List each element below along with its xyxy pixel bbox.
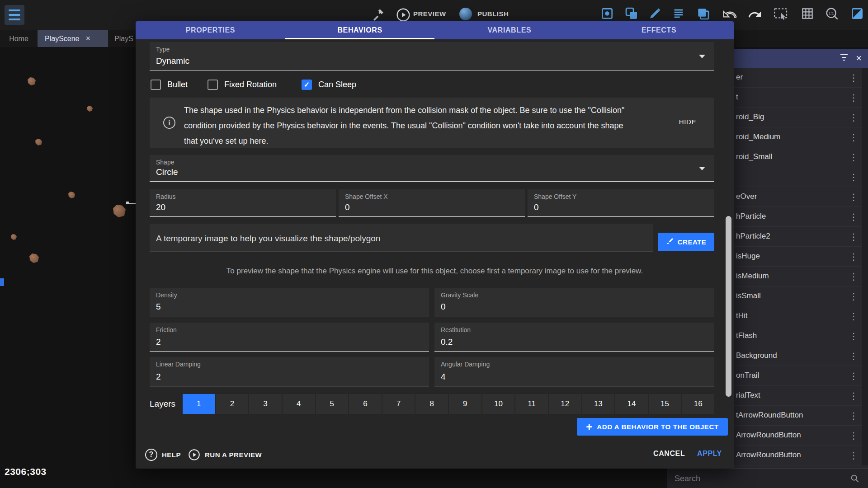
can-sleep-checkbox[interactable]: ✓ Can Sleep: [302, 77, 356, 92]
tab-playscene[interactable]: PlayScene ×: [38, 30, 108, 47]
play-circle-icon: [188, 449, 200, 461]
active-tab-indicator: [285, 38, 434, 39]
add-behavior-button[interactable]: + ADD A BEHAVIOR TO THE OBJECT: [577, 418, 728, 436]
object-groups-icon[interactable]: [623, 5, 640, 22]
redo-icon[interactable]: [747, 6, 763, 23]
asteroid-sprite[interactable]: [28, 77, 36, 85]
preview-button[interactable]: PREVIEW: [413, 7, 446, 21]
build-hammer-icon[interactable]: [370, 6, 386, 23]
layers-editor-icon[interactable]: [695, 5, 711, 22]
type-select[interactable]: Type Dynamic: [150, 42, 714, 70]
preview-play-icon[interactable]: [395, 7, 411, 23]
object-menu-icon[interactable]: ⋮: [849, 251, 858, 262]
edge-selection-marker[interactable]: [0, 278, 4, 286]
asteroid-sprite[interactable]: [87, 106, 93, 112]
layer-button-1[interactable]: 1: [183, 394, 215, 414]
layer-button-9[interactable]: 9: [449, 394, 481, 414]
asteroid-sprite[interactable]: [68, 192, 75, 198]
shape-select[interactable]: Shape Circle: [150, 155, 714, 182]
object-menu-icon[interactable]: ⋮: [849, 371, 858, 381]
properties-edit-icon[interactable]: [647, 5, 663, 22]
tab-effects[interactable]: EFFECTS: [584, 21, 734, 39]
object-menu-icon[interactable]: ⋮: [849, 152, 858, 163]
objects-search-input[interactable]: [675, 472, 842, 485]
temp-image-field[interactable]: A temporary image to help you visualize …: [150, 224, 653, 252]
radius-field[interactable]: Radius 20: [150, 189, 336, 217]
asteroid-sprite[interactable]: [11, 234, 17, 240]
layer-button-13[interactable]: 13: [582, 394, 615, 414]
asteroid-sprite[interactable]: [29, 253, 39, 263]
density-field[interactable]: Density 5: [150, 288, 429, 316]
layer-button-8[interactable]: 8: [415, 394, 448, 414]
object-menu-icon[interactable]: ⋮: [849, 211, 858, 222]
tab-properties[interactable]: PROPERTIES: [136, 21, 285, 39]
object-menu-icon[interactable]: ⋮: [849, 410, 858, 421]
object-menu-icon[interactable]: ⋮: [849, 311, 858, 322]
object-menu-icon[interactable]: ⋮: [849, 390, 858, 401]
layer-button-5[interactable]: 5: [316, 394, 349, 414]
object-menu-icon[interactable]: ⋮: [849, 430, 858, 441]
main-menu-icon[interactable]: [5, 5, 24, 25]
layer-button-12[interactable]: 12: [549, 394, 581, 414]
object-menu-icon[interactable]: ⋮: [849, 291, 858, 302]
bullet-checkbox[interactable]: Bullet: [151, 77, 188, 92]
objects-editor-icon[interactable]: [599, 5, 615, 22]
publish-button[interactable]: PUBLISH: [477, 7, 509, 21]
layer-button-6[interactable]: 6: [349, 394, 382, 414]
object-menu-icon[interactable]: ⋮: [849, 72, 858, 83]
layer-button-10[interactable]: 10: [482, 394, 515, 414]
asteroid-sprite-selected[interactable]: [113, 205, 126, 217]
tab-home[interactable]: Home: [0, 30, 38, 47]
run-preview-button[interactable]: RUN A PREVIEW: [188, 446, 262, 464]
object-menu-icon[interactable]: ⋮: [849, 132, 858, 143]
object-menu-icon[interactable]: ⋮: [849, 231, 858, 242]
object-menu-icon[interactable]: ⋮: [849, 192, 858, 202]
shape-offset-y-field[interactable]: Shape Offset Y 0: [528, 189, 714, 217]
object-menu-icon[interactable]: ⋮: [849, 92, 858, 103]
object-menu-icon[interactable]: ⋮: [849, 450, 858, 461]
layer-button-4[interactable]: 4: [283, 394, 315, 414]
filter-icon[interactable]: [839, 52, 849, 65]
tab-variables[interactable]: VARIABLES: [435, 21, 585, 39]
object-menu-icon[interactable]: ⋮: [849, 351, 858, 361]
close-tab-icon[interactable]: ×: [86, 34, 91, 43]
selection-handle-dot[interactable]: [126, 202, 129, 204]
mask-icon[interactable]: [849, 5, 865, 22]
panel-scrollbar[interactable]: [862, 68, 868, 465]
tab-behaviors[interactable]: BEHAVIORS: [285, 21, 435, 39]
info-icon: i: [163, 117, 175, 129]
fixed-rotation-checkbox[interactable]: Fixed Rotation: [208, 77, 277, 92]
hide-button[interactable]: HIDE: [679, 118, 696, 126]
grid-icon[interactable]: [799, 5, 816, 22]
gravity-scale-field[interactable]: Gravity Scale 0: [434, 288, 714, 316]
friction-field[interactable]: Friction 2: [150, 323, 429, 352]
capture-selection-icon[interactable]: [771, 5, 791, 22]
layer-button-2[interactable]: 2: [216, 394, 249, 414]
dialog-scrollbar-thumb[interactable]: [726, 216, 731, 397]
layer-button-3[interactable]: 3: [249, 394, 282, 414]
angular-damping-field[interactable]: Angular Damping 4: [434, 357, 714, 386]
instances-list-icon[interactable]: [670, 5, 687, 22]
object-menu-icon[interactable]: ⋮: [849, 331, 858, 342]
help-button[interactable]: ? HELP: [145, 446, 181, 464]
layer-button-11[interactable]: 11: [515, 394, 548, 414]
layer-button-7[interactable]: 7: [382, 394, 415, 414]
restitution-field[interactable]: Restitution 0.2: [434, 323, 714, 352]
cancel-button[interactable]: CANCEL: [653, 450, 685, 458]
object-menu-icon[interactable]: ⋮: [849, 112, 858, 123]
shape-offset-x-field[interactable]: Shape Offset X 0: [339, 189, 525, 217]
object-menu-icon[interactable]: ⋮: [849, 172, 858, 183]
zoom-1-1-icon[interactable]: 1:1: [824, 5, 840, 22]
create-button[interactable]: CREATE: [658, 233, 714, 251]
apply-button[interactable]: APPLY: [697, 450, 722, 458]
layer-button-15[interactable]: 15: [649, 394, 681, 414]
asteroid-sprite[interactable]: [35, 139, 42, 145]
info-banner: i The shape used in the Physics behavior…: [150, 98, 714, 148]
undo-icon[interactable]: [722, 6, 738, 23]
close-panel-icon[interactable]: ×: [856, 53, 862, 63]
object-menu-icon[interactable]: ⋮: [849, 271, 858, 282]
publish-globe-icon[interactable]: [459, 8, 472, 20]
linear-damping-field[interactable]: Linear Damping 2: [150, 357, 429, 386]
layer-button-14[interactable]: 14: [615, 394, 648, 414]
layer-button-16[interactable]: 16: [682, 394, 714, 414]
